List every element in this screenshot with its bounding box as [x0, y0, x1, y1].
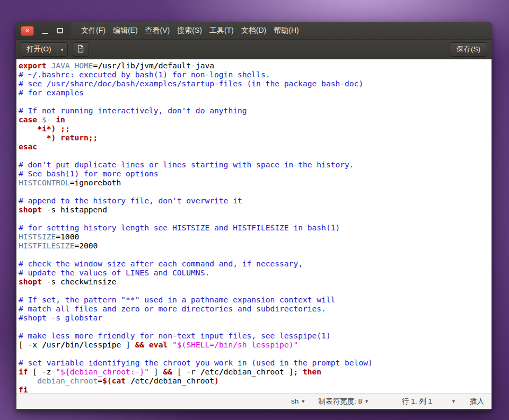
tab-width-selector[interactable]: 制表符宽度: 8 ▾ — [318, 397, 368, 406]
code-line: fi — [19, 385, 492, 393]
code-token: # for setting history length see HISTSIZ… — [19, 223, 340, 232]
statusbar: sh ▾ 制表符宽度: 8 ▾ 行 1, 列 1 ▾ 插入 — [16, 393, 492, 409]
code-token — [37, 115, 42, 124]
window-controls: ✕ — [16, 22, 72, 39]
menu-tools[interactable]: 工具(T) — [207, 26, 236, 35]
language-label: sh — [291, 397, 299, 405]
code-line: # If not running interactively, don't do… — [19, 106, 492, 115]
code-token: = — [98, 376, 102, 385]
code-token: # for examples — [19, 88, 84, 97]
maximize-button[interactable] — [55, 26, 65, 36]
code-token: # don't put duplicate lines or lines sta… — [19, 160, 354, 169]
code-token: "${debian_chroot:-}" — [56, 367, 149, 376]
code-token: / — [130, 376, 135, 385]
code-token: # see /usr/share/doc/bash/examples/start… — [19, 79, 363, 88]
menu-help[interactable]: 帮助(H) — [271, 26, 301, 35]
code-token: esac — [19, 142, 37, 151]
code-token: # check the window size after each comma… — [19, 259, 303, 268]
insert-mode-indicator: 插入 — [470, 397, 484, 406]
code-token — [168, 340, 172, 349]
code-token — [56, 124, 60, 133]
code-token: "$(SHELL=/bin/sh lesspipe)" — [172, 340, 298, 349]
menu-edit[interactable]: 编辑(E) — [110, 26, 141, 35]
code-line — [19, 187, 492, 196]
code-token: && — [163, 367, 172, 376]
code-line: # ~/.bashrc: executed by bash(1) for non… — [19, 70, 492, 79]
code-token: # append to the history file, don't over… — [19, 196, 242, 205]
code-line: esac — [19, 142, 492, 151]
code-token: / — [98, 61, 102, 70]
menu-file[interactable]: 文件(F) — [78, 26, 108, 35]
code-token: =1000 — [56, 232, 79, 241]
code-line: HISTCONTROL=ignoreboth — [19, 178, 492, 187]
code-line: HISTFILESIZE=2000 — [19, 241, 492, 250]
menu-search[interactable]: 搜索(S) — [174, 26, 205, 35]
titlebar: ✕ 文件(F)编辑(E)查看(V)搜索(S)工具(T)文档(D)帮助(H) — [16, 22, 492, 40]
new-document-button[interactable] — [73, 42, 89, 57]
code-token: case — [19, 115, 37, 124]
code-line: # make less more friendly for non-text i… — [19, 331, 492, 340]
code-line: # see /usr/share/doc/bash/examples/start… — [19, 79, 492, 88]
save-button[interactable]: 保存(S) — [450, 42, 487, 57]
code-token: # make less more friendly for non-text i… — [19, 331, 331, 340]
code-line: [ -x /usr/bin/lesspipe ] && eval "$(SHEL… — [19, 340, 492, 349]
code-line: *) return;; — [19, 133, 492, 142]
save-button-label: 保存(S) — [457, 44, 480, 54]
code-token: *) — [47, 133, 56, 142]
code-line — [19, 151, 492, 160]
chevron-down-icon: ▾ — [365, 398, 368, 404]
code-token: debian_chroot ]; — [224, 367, 303, 376]
code-token — [47, 61, 51, 70]
code-token: return;; — [60, 133, 98, 142]
code-token: [ -r — [172, 367, 200, 376]
code-token — [51, 115, 56, 124]
code-token: HISTSIZE — [19, 232, 56, 241]
code-token: / — [42, 340, 47, 349]
code-token: =2000 — [74, 241, 98, 250]
maximize-icon — [57, 28, 63, 33]
code-line: if [ -z "${debian_chroot:-}" ] && [ -r /… — [19, 367, 492, 376]
code-token: #shopt -s globstar — [19, 313, 102, 322]
minimize-button[interactable] — [40, 26, 49, 36]
minimize-icon — [42, 33, 48, 34]
code-line: HISTSIZE=1000 — [19, 232, 492, 241]
code-token: / — [79, 340, 84, 349]
code-token: # set variable identifying the chroot yo… — [19, 358, 373, 367]
code-token: shopt — [19, 205, 42, 214]
code-token: / — [60, 340, 65, 349]
code-token: ] — [149, 367, 163, 376]
code-token: ;; — [60, 124, 70, 133]
code-line: # match all files and zero or more direc… — [19, 304, 492, 313]
open-button[interactable]: 打开(O) ▾ — [21, 42, 68, 57]
code-token: default-java — [159, 61, 214, 70]
goto-line-dropdown[interactable]: ▾ — [452, 398, 455, 404]
chevron-down-icon[interactable]: ▾ — [57, 47, 67, 52]
menu-documents[interactable]: 文档(D) — [239, 26, 269, 35]
code-token: # update the values of LINES and COLUMNS… — [19, 268, 209, 277]
editor-content: export JAVA_HOME=/usr/lib/jvm/default-ja… — [19, 61, 492, 393]
code-token: [ -x — [19, 340, 42, 349]
code-token: / — [219, 367, 224, 376]
text-editor[interactable]: export JAVA_HOME=/usr/lib/jvm/default-ja… — [16, 59, 492, 393]
code-token — [19, 133, 47, 142]
code-token: etc — [135, 376, 149, 385]
code-token — [126, 376, 130, 385]
code-token: shopt — [19, 277, 42, 286]
code-token: # ~/.bashrc: executed by bash(1) for non… — [19, 70, 270, 79]
code-line: *i*) ;; — [19, 124, 492, 133]
code-line — [19, 286, 492, 295]
code-line: #shopt -s globstar — [19, 313, 492, 322]
code-line: # See bash(1) for more options — [19, 169, 492, 178]
code-token: -s checkwinsize — [42, 277, 117, 286]
code-token: HISTCONTROL — [19, 178, 70, 187]
code-token: in — [56, 115, 65, 124]
desktop-background: { "colors": { "close_button": "#e0453a",… — [0, 0, 509, 420]
tab-width-label: 制表符宽度: 8 — [318, 397, 362, 406]
code-token: && — [135, 340, 145, 349]
menu-view[interactable]: 查看(V) — [143, 26, 173, 35]
code-line — [19, 250, 492, 259]
code-token: export — [19, 61, 47, 70]
close-button[interactable]: ✕ — [21, 26, 34, 36]
language-selector[interactable]: sh ▾ — [291, 397, 304, 405]
code-line: shopt -s checkwinsize — [19, 277, 492, 286]
